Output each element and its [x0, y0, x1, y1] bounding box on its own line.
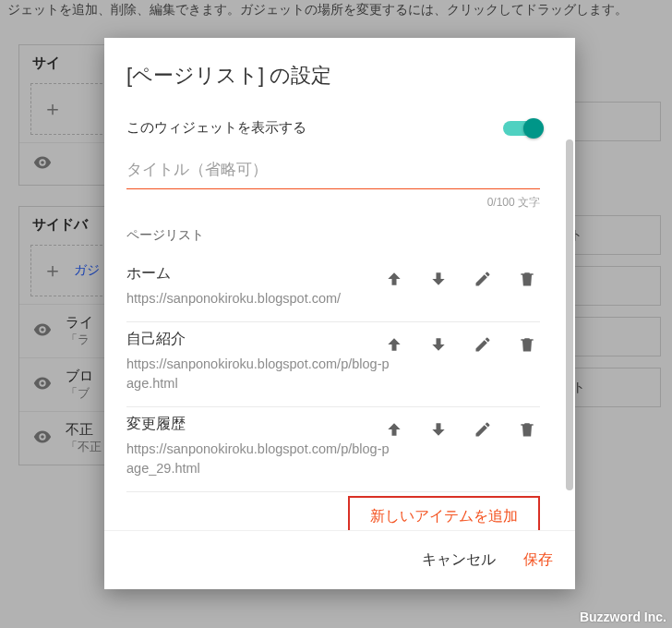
delete-icon[interactable]: [512, 330, 542, 359]
pagelist-item: 変更履歴 https://sanponokiroku.blogspot.com/…: [126, 407, 540, 492]
dialog-scrollbar[interactable]: [566, 139, 573, 490]
char-count: 0/100 文字: [126, 195, 540, 211]
edit-icon[interactable]: [468, 330, 498, 359]
pagelist-item: 自己紹介 https://sanponokiroku.blogspot.com/…: [126, 322, 540, 407]
move-down-icon[interactable]: [424, 330, 453, 359]
edit-icon[interactable]: [468, 415, 498, 444]
dialog-title: [ページリスト] の設定: [126, 62, 540, 90]
show-widget-label: このウィジェットを表示する: [126, 119, 306, 137]
cancel-button[interactable]: キャンセル: [422, 550, 496, 570]
pagelist-item-url: https://sanponokiroku.blogspot.com/p/blo…: [126, 440, 540, 478]
move-down-icon[interactable]: [424, 264, 453, 294]
pagelist-section-label: ページリスト: [126, 227, 540, 244]
move-down-icon[interactable]: [424, 415, 453, 444]
title-input[interactable]: [126, 157, 540, 189]
dialog-footer: キャンセル 保存: [104, 530, 575, 589]
show-widget-toggle[interactable]: [503, 121, 540, 136]
move-up-icon[interactable]: [379, 264, 409, 294]
move-up-icon[interactable]: [379, 330, 409, 359]
delete-icon[interactable]: [512, 415, 542, 444]
pagelist-item: ホーム https://sanponokiroku.blogspot.com/: [126, 257, 540, 322]
add-new-item-button[interactable]: 新しいアイテムを追加: [348, 496, 540, 530]
watermark: Buzzword Inc.: [580, 610, 666, 624]
move-up-icon[interactable]: [379, 415, 409, 444]
pagelist-item-url: https://sanponokiroku.blogspot.com/p/blo…: [126, 355, 540, 393]
edit-icon[interactable]: [468, 264, 498, 294]
pagelist-settings-dialog: [ページリスト] の設定 このウィジェットを表示する 0/100 文字 ページリ…: [104, 38, 575, 589]
delete-icon[interactable]: [512, 264, 542, 294]
toggle-knob: [523, 118, 544, 139]
save-button[interactable]: 保存: [523, 550, 553, 570]
